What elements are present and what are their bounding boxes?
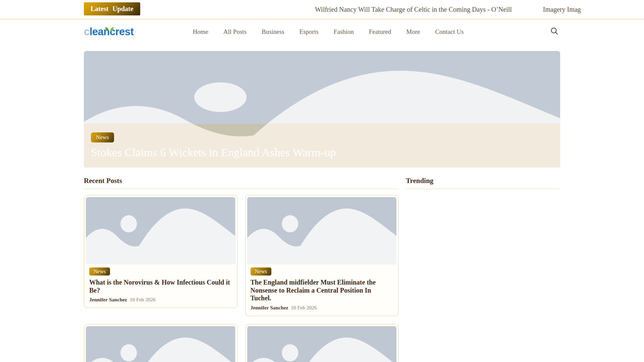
nav-item-contact-us[interactable]: Contact Us bbox=[435, 28, 464, 36]
top-bar: Latest Update Wilfried Nancy Will Take C… bbox=[0, 0, 644, 19]
nav-item-business[interactable]: Business bbox=[262, 28, 284, 36]
post-image[interactable] bbox=[86, 326, 235, 362]
main-navigation: cleancrest HomeAll PostsBusinessEsportsF… bbox=[0, 19, 644, 44]
news-ticker: Wilfried Nancy Will Take Charge of Celti… bbox=[315, 0, 581, 19]
search-icon bbox=[550, 26, 559, 37]
post-meta: Jennifer Sanchez 10 Feb 2026 bbox=[89, 297, 232, 303]
hero-category-badge[interactable]: News bbox=[91, 132, 114, 142]
post-image[interactable] bbox=[247, 326, 397, 362]
main-content: Recent Posts News What is the Norovirus … bbox=[84, 177, 560, 362]
post-card-body: News The England midfielder Must Elimina… bbox=[247, 264, 397, 316]
nav-item-home[interactable]: Home bbox=[193, 28, 208, 36]
hero-content: News Stokes Claims 6 Wickets in England … bbox=[91, 132, 336, 159]
post-card bbox=[84, 324, 237, 362]
post-image[interactable] bbox=[247, 197, 397, 264]
post-category-badge[interactable]: News bbox=[251, 267, 271, 276]
trending-sidebar: Trending bbox=[406, 177, 560, 362]
post-card bbox=[245, 324, 399, 362]
post-title[interactable]: The England midfielder Must Eliminate th… bbox=[251, 279, 393, 302]
nav-item-more[interactable]: More bbox=[406, 28, 420, 36]
search-button[interactable] bbox=[549, 26, 560, 38]
image-placeholder bbox=[247, 326, 397, 362]
site-logo[interactable]: cleancrest bbox=[84, 26, 133, 38]
leaf-icon bbox=[103, 22, 115, 35]
ticker-item: Wilfried Nancy Will Take Charge of Celti… bbox=[315, 6, 512, 13]
hero-title[interactable]: Stokes Claims 6 Wickets in England Ashes… bbox=[91, 146, 336, 159]
latest-update-badge: Latest Update bbox=[84, 2, 140, 15]
post-title[interactable]: What is the Norovirus & How Infectious C… bbox=[89, 279, 232, 294]
post-date: 10 Feb 2026 bbox=[291, 305, 317, 310]
post-author[interactable]: Jennifer Sanchez bbox=[251, 305, 288, 310]
post-meta: Jennifer Sanchez 10 Feb 2026 bbox=[251, 305, 393, 311]
post-image[interactable] bbox=[86, 197, 235, 264]
post-category-badge[interactable]: News bbox=[89, 267, 110, 276]
recent-posts-section: Recent Posts News What is the Norovirus … bbox=[84, 177, 398, 362]
nav-menu: HomeAll PostsBusinessEsportsFashionFeatu… bbox=[193, 28, 464, 36]
post-card: News The England midfielder Must Elimina… bbox=[245, 195, 399, 316]
image-placeholder bbox=[247, 197, 397, 264]
nav-item-esports[interactable]: Esports bbox=[300, 28, 319, 36]
nav-item-fashion[interactable]: Fashion bbox=[334, 28, 354, 36]
recent-posts-heading: Recent Posts bbox=[84, 177, 398, 189]
post-card-body: News What is the Norovirus & How Infecti… bbox=[86, 264, 235, 308]
post-author[interactable]: Jennifer Sanchez bbox=[89, 297, 127, 302]
ticker-item: Imagery Imag bbox=[543, 6, 581, 13]
posts-grid: News What is the Norovirus & How Infecti… bbox=[84, 195, 398, 362]
post-date: 10 Feb 2026 bbox=[130, 297, 156, 302]
image-placeholder bbox=[86, 326, 235, 362]
trending-heading: Trending bbox=[406, 177, 560, 189]
image-placeholder bbox=[86, 197, 235, 264]
nav-item-all-posts[interactable]: All Posts bbox=[223, 28, 247, 36]
hero-featured-post[interactable]: News Stokes Claims 6 Wickets in England … bbox=[84, 51, 560, 168]
nav-item-featured[interactable]: Featured bbox=[369, 28, 391, 36]
post-card: News What is the Norovirus & How Infecti… bbox=[84, 195, 237, 308]
logo-first-letter: c bbox=[84, 26, 90, 38]
